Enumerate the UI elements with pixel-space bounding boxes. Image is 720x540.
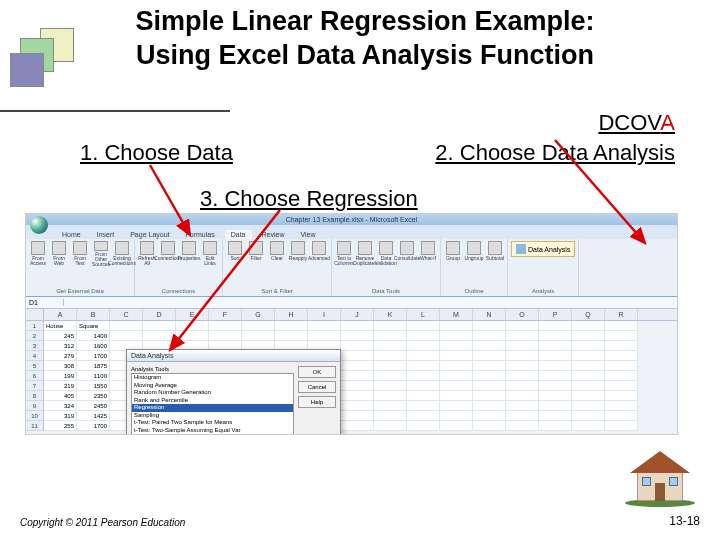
col-header[interactable]: I [308,309,341,320]
ribbon-btn-existing-connections[interactable]: Existing Connections [113,241,131,267]
cell[interactable] [539,401,572,411]
cell[interactable]: House Price [44,321,77,331]
cell[interactable] [374,401,407,411]
cell[interactable] [374,361,407,371]
cell[interactable]: 312 [44,341,77,351]
row-header[interactable]: 3 [26,341,44,351]
cell[interactable] [605,341,638,351]
cell[interactable] [539,391,572,401]
row-header[interactable]: 1 [26,321,44,331]
ribbon-btn-advanced[interactable]: Advanced [310,241,328,267]
cell[interactable]: 2350 [77,391,110,401]
cell[interactable]: 1550 [77,381,110,391]
col-header[interactable]: Q [572,309,605,320]
ribbon-btn-group[interactable]: Group [444,241,462,267]
cell[interactable] [110,321,143,331]
cell[interactable] [440,371,473,381]
row-header[interactable]: 11 [26,421,44,431]
analysis-tool-item[interactable]: Regression [132,404,293,412]
cell[interactable] [407,421,440,431]
analysis-tool-item[interactable]: Histogram [132,374,293,382]
cell[interactable]: 245 [44,331,77,341]
spreadsheet-grid[interactable]: 1House PriceSquare Feet22451400331216004… [26,321,677,434]
col-header[interactable]: G [242,309,275,320]
cell[interactable] [539,411,572,421]
row-header[interactable]: 5 [26,361,44,371]
cell[interactable]: 324 [44,401,77,411]
cell[interactable] [440,341,473,351]
cell[interactable] [341,381,374,391]
col-header[interactable]: H [275,309,308,320]
cell[interactable] [110,331,143,341]
ribbon-btn-data-validation[interactable]: Data Validation [377,241,395,267]
cell[interactable] [407,361,440,371]
cell[interactable] [506,361,539,371]
cell[interactable] [440,391,473,401]
cell[interactable] [374,321,407,331]
cell[interactable] [143,321,176,331]
cell[interactable] [341,321,374,331]
cell[interactable] [341,421,374,431]
cell[interactable] [440,381,473,391]
cell[interactable] [539,361,572,371]
cell[interactable] [572,381,605,391]
cell[interactable]: 255 [44,421,77,431]
cell[interactable] [275,331,308,341]
cell[interactable] [473,341,506,351]
cell[interactable] [605,411,638,421]
ribbon-tab-home[interactable]: Home [56,230,87,239]
cell[interactable] [374,391,407,401]
cell[interactable] [572,421,605,431]
cell[interactable] [242,331,275,341]
cell[interactable] [539,321,572,331]
ribbon-btn-clear[interactable]: Clear [268,241,286,267]
cell[interactable]: 279 [44,351,77,361]
cell[interactable] [473,411,506,421]
cell[interactable] [407,341,440,351]
cell[interactable] [407,401,440,411]
cell[interactable] [308,331,341,341]
cell[interactable] [539,421,572,431]
row-header[interactable]: 2 [26,331,44,341]
ribbon-btn-consolidate[interactable]: Consolidate [398,241,416,267]
cell[interactable] [506,331,539,341]
analysis-tool-item[interactable]: Random Number Generation [132,389,293,397]
ribbon-btn-connections[interactable]: Connections [159,241,177,267]
cell[interactable] [176,331,209,341]
row-header[interactable]: 6 [26,371,44,381]
row-header[interactable]: 10 [26,411,44,421]
cell[interactable]: 308 [44,361,77,371]
ribbon-btn-ungroup[interactable]: Ungroup [465,241,483,267]
cell[interactable] [473,421,506,431]
dialog-ok-button[interactable]: OK [298,366,336,378]
col-header[interactable]: F [209,309,242,320]
cell[interactable] [440,321,473,331]
cell[interactable] [473,371,506,381]
col-header[interactable]: M [440,309,473,320]
cell[interactable] [440,361,473,371]
ribbon-tab-review[interactable]: Review [256,230,291,239]
cell[interactable] [407,411,440,421]
cell[interactable] [374,341,407,351]
cell[interactable] [572,401,605,411]
cell[interactable] [506,321,539,331]
analysis-tool-item[interactable]: t-Test: Two-Sample Assuming Equal Var [132,427,293,435]
cell[interactable]: 1700 [77,351,110,361]
cell[interactable] [605,391,638,401]
cell[interactable] [539,341,572,351]
col-header[interactable]: R [605,309,638,320]
cell[interactable] [572,391,605,401]
col-header[interactable]: P [539,309,572,320]
ribbon-tab-page-layout[interactable]: Page Layout [124,230,175,239]
cell[interactable] [407,391,440,401]
cell[interactable] [572,321,605,331]
row-header[interactable]: 7 [26,381,44,391]
row-header[interactable]: 9 [26,401,44,411]
cell[interactable] [605,331,638,341]
cell[interactable] [539,381,572,391]
cell[interactable] [143,331,176,341]
cell[interactable] [407,381,440,391]
cell[interactable] [539,371,572,381]
cell[interactable] [572,371,605,381]
cell[interactable] [341,331,374,341]
